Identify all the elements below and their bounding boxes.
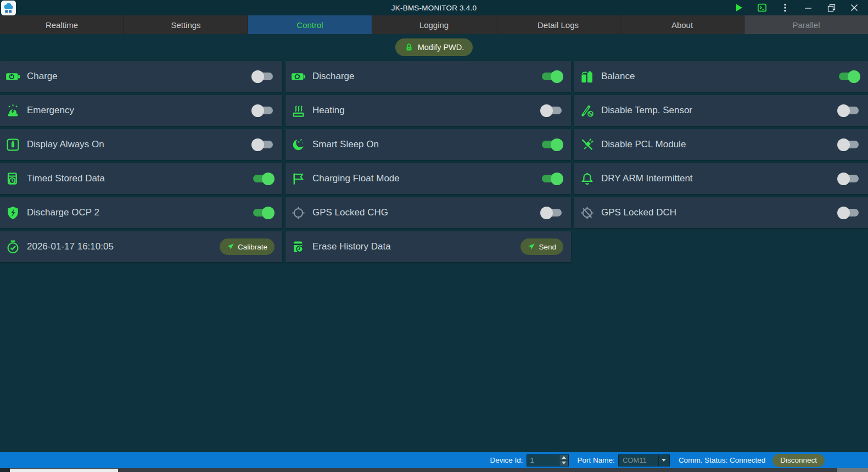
- cloud-logo-icon: [2, 2, 15, 14]
- minimize-button[interactable]: [797, 0, 820, 15]
- tab-detail-logs[interactable]: Detail Logs: [496, 15, 620, 34]
- storage-clock-icon: [5, 171, 20, 186]
- send-button[interactable]: Send: [520, 238, 563, 255]
- gps-locked-chg-toggle[interactable]: [540, 207, 563, 219]
- moon-sleep-icon: z z z: [291, 137, 306, 152]
- card-dry-arm-intermittent: DRY ARM Intermittent: [574, 163, 868, 194]
- card-label: Balance: [601, 71, 837, 82]
- send-icon: [227, 243, 234, 251]
- card-label: Display Always On: [27, 139, 251, 150]
- bell-icon: [580, 171, 595, 186]
- timed-stored-data-toggle[interactable]: [251, 173, 275, 185]
- port-name-select[interactable]: COM11: [618, 454, 670, 467]
- discharge-toggle[interactable]: [540, 70, 563, 83]
- modify-pwd-button[interactable]: Modify PWD.: [395, 38, 473, 56]
- discharge-battery-icon: [291, 69, 306, 84]
- disable-pcl-module-toggle[interactable]: [837, 138, 860, 151]
- card-balance: Balance: [574, 61, 868, 92]
- charging-float-mode-toggle[interactable]: [540, 173, 563, 185]
- terminal-icon: [757, 3, 767, 13]
- modify-pwd-label: Modify PWD.: [418, 43, 464, 52]
- spinner-up-button[interactable]: [559, 455, 568, 461]
- scrollbar-left-corner: [0, 468, 10, 472]
- scrollbar-right-corner: [837, 468, 868, 472]
- port-name-label: Port Name:: [578, 456, 615, 464]
- close-button[interactable]: [843, 0, 866, 15]
- device-id-label: Device Id:: [490, 456, 523, 464]
- card-label: Charge: [27, 71, 251, 82]
- card-calibrate-time: 2026-01-17 16:10:05 Calibrate: [0, 231, 282, 262]
- send-icon: [528, 243, 535, 251]
- svg-text:z: z: [302, 140, 304, 143]
- app-logo: [1, 1, 16, 15]
- status-bar: Device Id: Port Name: COM11 Comm. Status…: [0, 452, 868, 468]
- spinner-down-button[interactable]: [559, 460, 568, 466]
- thermometer-disabled-icon: [580, 103, 595, 118]
- card-erase-history-data: Erase History Data Send: [285, 231, 571, 262]
- play-icon: [735, 3, 743, 12]
- card-label: Charging Float Mode: [312, 173, 540, 184]
- heating-icon: [291, 103, 306, 118]
- card-charging-float-mode: Charging Float Mode: [285, 163, 571, 194]
- flag-icon: [291, 171, 306, 186]
- tab-control[interactable]: Control: [248, 15, 372, 34]
- card-label: GPS Locked DCH: [601, 207, 837, 218]
- dropdown-arrow-button[interactable]: [658, 455, 669, 466]
- card-label: Emergency: [27, 105, 251, 116]
- gps-crosshair-icon: [291, 206, 306, 220]
- smart-sleep-on-toggle[interactable]: [540, 138, 563, 151]
- tab-about[interactable]: About: [620, 15, 744, 34]
- send-button-label: Send: [539, 243, 556, 251]
- card-label: Discharge OCP 2: [27, 207, 251, 218]
- scrollbar-thumb[interactable]: [10, 469, 118, 472]
- disconnect-button[interactable]: Disconnect: [772, 454, 825, 467]
- spinner-down-icon: [562, 462, 566, 464]
- tab-logging[interactable]: Logging: [372, 15, 496, 34]
- card-label: Heating: [312, 105, 540, 116]
- window-title: JK-BMS-MONITOR 3.4.0: [391, 4, 477, 12]
- app-window: JK-BMS-MONITOR 3.4.0: [0, 0, 868, 472]
- shield-bolt-icon: [5, 206, 20, 220]
- card-label: GPS Locked CHG: [312, 207, 540, 218]
- terminal-button[interactable]: [751, 0, 774, 15]
- card-label: DRY ARM Intermittent: [601, 173, 837, 184]
- run-button[interactable]: [727, 0, 751, 15]
- erase-history-icon: [291, 240, 306, 254]
- gps-locked-dch-toggle[interactable]: [837, 207, 860, 219]
- disable-temp-sensor-toggle[interactable]: [837, 104, 860, 117]
- emergency-toggle[interactable]: [251, 104, 275, 117]
- close-icon: [850, 4, 858, 12]
- empty-grid-cell: [574, 231, 868, 262]
- card-label: Disable PCL Module: [601, 139, 837, 150]
- dry-arm-intermittent-toggle[interactable]: [837, 173, 860, 185]
- kebab-menu-icon: [781, 3, 789, 12]
- display-always-on-toggle[interactable]: [251, 138, 275, 151]
- gps-crosshair-slash-icon: [580, 206, 595, 220]
- card-label: Discharge: [312, 71, 540, 82]
- control-page: Modify PWD. Charge: [0, 34, 868, 452]
- calibrate-button-label: Calibrate: [238, 243, 267, 251]
- spinner-up-icon: [562, 456, 566, 459]
- card-charge: Charge: [0, 61, 282, 92]
- card-smart-sleep-on: z z z Smart Sleep On: [285, 129, 571, 160]
- balance-toggle[interactable]: [837, 70, 860, 83]
- card-display-always-on: Display Always On: [0, 129, 282, 160]
- tab-realtime[interactable]: Realtime: [0, 15, 124, 34]
- horizontal-scrollbar[interactable]: [0, 468, 868, 472]
- stopwatch-check-icon: [5, 240, 20, 254]
- dropdown-arrow-icon: [662, 459, 666, 462]
- heating-toggle[interactable]: [540, 104, 563, 117]
- card-gps-locked-dch: GPS Locked DCH: [574, 197, 868, 228]
- charge-toggle[interactable]: [251, 70, 275, 83]
- charge-battery-icon: [5, 69, 20, 84]
- comm-status-text: Comm. Status: Connected: [679, 456, 765, 464]
- restore-button[interactable]: [820, 0, 843, 15]
- tab-settings[interactable]: Settings: [124, 15, 248, 34]
- tab-parallel[interactable]: Parallel: [744, 15, 868, 34]
- card-disable-pcl-module: Disable PCL Module: [574, 129, 868, 160]
- menu-button[interactable]: [774, 0, 797, 15]
- discharge-ocp-2-toggle[interactable]: [251, 207, 275, 219]
- titlebar: JK-BMS-MONITOR 3.4.0: [0, 0, 868, 15]
- calibrate-button[interactable]: Calibrate: [220, 238, 275, 255]
- device-id-input[interactable]: [527, 454, 559, 467]
